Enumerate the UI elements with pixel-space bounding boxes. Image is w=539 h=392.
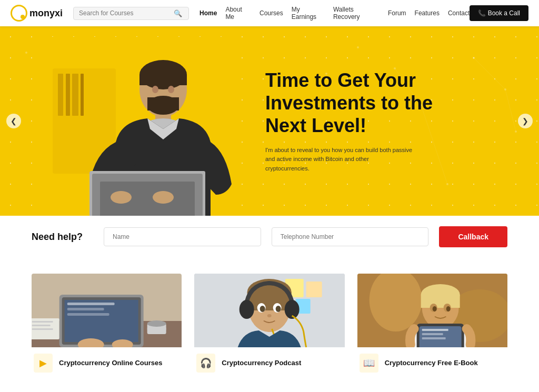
svg-point-80 bbox=[446, 306, 450, 311]
courses-grid: ▶ Cryptocurrency Online Courses bbox=[32, 274, 507, 379]
logo[interactable]: monyxi bbox=[11, 5, 63, 22]
svg-rect-44 bbox=[67, 308, 104, 310]
hero-title: Time to Get Your Investments to the Next… bbox=[265, 69, 476, 137]
svg-rect-42 bbox=[65, 300, 138, 342]
svg-point-79 bbox=[432, 306, 436, 311]
hero-person-image bbox=[42, 37, 237, 216]
svg-point-68 bbox=[276, 306, 281, 312]
course-info-3: 📖 Cryptocurrency Free E-Book bbox=[357, 347, 507, 379]
svg-point-0 bbox=[25, 52, 27, 54]
hero-section: Time to Get Your Investments to the Next… bbox=[0, 26, 539, 216]
svg-line-10 bbox=[474, 58, 505, 89]
logo-text: monyxi bbox=[29, 8, 63, 19]
nav-wallets[interactable]: Wallets Recovery bbox=[333, 6, 380, 21]
course-icon-3: 📖 bbox=[360, 354, 378, 373]
logo-icon bbox=[11, 5, 27, 22]
callback-button[interactable]: Callback bbox=[439, 226, 507, 247]
svg-rect-76 bbox=[421, 295, 460, 308]
svg-rect-58 bbox=[306, 282, 322, 297]
search-input[interactable] bbox=[79, 9, 174, 17]
svg-rect-19 bbox=[58, 74, 63, 116]
nav-contact[interactable]: Contact bbox=[448, 9, 470, 17]
svg-point-63 bbox=[239, 300, 254, 319]
course-title-1: Cryptocurrency Online Courses bbox=[59, 358, 163, 368]
course-image-2 bbox=[194, 274, 344, 347]
hero-prev-button[interactable]: ❮ bbox=[6, 114, 21, 128]
nav-forum[interactable]: Forum bbox=[388, 9, 406, 17]
callback-section: Need help? Callback bbox=[0, 216, 539, 258]
svg-point-8 bbox=[357, 46, 359, 48]
nav-features[interactable]: Features bbox=[415, 9, 440, 17]
course-card-3[interactable]: 📖 Cryptocurrency Free E-Book bbox=[357, 274, 507, 379]
svg-point-27 bbox=[168, 86, 174, 93]
course-title-3: Cryptocurrency Free E-Book bbox=[385, 358, 478, 368]
hero-content: Time to Get Your Investments to the Next… bbox=[265, 69, 476, 173]
course-icon-2: 🎧 bbox=[196, 354, 215, 373]
name-input[interactable] bbox=[104, 227, 261, 246]
callback-label: Need help? bbox=[32, 232, 83, 243]
svg-rect-84 bbox=[422, 333, 443, 335]
nav-courses[interactable]: Courses bbox=[259, 9, 283, 17]
svg-rect-53 bbox=[32, 325, 51, 326]
svg-rect-85 bbox=[422, 337, 445, 339]
hero-subtitle: I'm about to reveal to you how you can b… bbox=[265, 145, 413, 173]
course-info-1: ▶ Cryptocurrency Online Courses bbox=[32, 347, 182, 379]
svg-rect-25 bbox=[139, 75, 187, 85]
nav-home[interactable]: Home bbox=[199, 9, 217, 17]
course-card-2[interactable]: 🎧 Cryptocurrency Podcast bbox=[194, 274, 344, 379]
course-icon-1: ▶ bbox=[34, 354, 53, 373]
svg-rect-54 bbox=[32, 328, 53, 330]
svg-point-67 bbox=[260, 306, 265, 312]
svg-rect-22 bbox=[81, 74, 84, 116]
nav-links: Home About Me Courses My Earnings Wallet… bbox=[199, 6, 470, 21]
search-icon: 🔍 bbox=[174, 9, 182, 17]
course-image-1 bbox=[32, 274, 182, 347]
search-bar: 🔍 bbox=[73, 7, 189, 20]
svg-rect-45 bbox=[67, 313, 109, 316]
course-card-1[interactable]: ▶ Cryptocurrency Online Courses bbox=[32, 274, 182, 379]
svg-rect-43 bbox=[67, 303, 115, 305]
play-icon: ▶ bbox=[39, 357, 47, 369]
course-image-3 bbox=[357, 274, 507, 347]
svg-point-26 bbox=[152, 86, 158, 93]
svg-line-11 bbox=[505, 89, 516, 132]
svg-point-69 bbox=[267, 314, 272, 317]
nav-earnings[interactable]: My Earnings bbox=[292, 6, 325, 21]
svg-rect-83 bbox=[422, 329, 448, 331]
book-call-button[interactable]: 📞 Book a Call bbox=[470, 5, 528, 21]
svg-rect-20 bbox=[66, 74, 70, 116]
courses-section: ▶ Cryptocurrency Online Courses bbox=[0, 258, 539, 392]
svg-rect-52 bbox=[32, 321, 53, 323]
svg-point-37 bbox=[153, 191, 174, 204]
svg-rect-21 bbox=[72, 74, 78, 116]
course-title-2: Cryptocurrency Podcast bbox=[222, 358, 301, 368]
navbar: monyxi 🔍 Home About Me Courses My Earnin… bbox=[0, 0, 539, 26]
book-icon: 📖 bbox=[363, 357, 375, 369]
hero-next-button[interactable]: ❯ bbox=[518, 114, 533, 128]
nav-about[interactable]: About Me bbox=[225, 6, 251, 21]
svg-point-48 bbox=[147, 320, 166, 327]
svg-point-36 bbox=[111, 191, 132, 204]
svg-rect-29 bbox=[147, 97, 179, 110]
course-info-2: 🎧 Cryptocurrency Podcast bbox=[194, 347, 344, 379]
headphone-icon: 🎧 bbox=[200, 357, 212, 369]
phone-input[interactable] bbox=[272, 227, 429, 246]
